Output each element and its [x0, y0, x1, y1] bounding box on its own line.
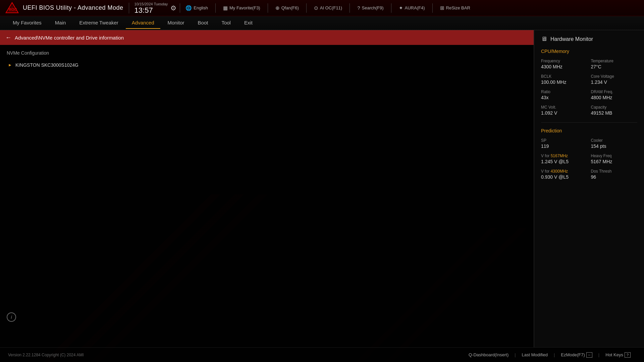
header-shortcuts: 🌐 English ▦ My Favorite(F3) ⊕ Qfan(F6) ⊙…: [183, 3, 639, 13]
hw-frequency-cell: Frequency 4300 MHz: [541, 59, 588, 69]
hw-core-voltage-label: Core Voltage: [591, 74, 638, 79]
resizebar-icon: ⊞: [440, 5, 444, 11]
hw-v5167-value: 1.245 V @L5: [541, 159, 588, 164]
header-logo: ROG UEFI BIOS Utility - Advanced Mode: [5, 2, 123, 14]
shortcut-resize-bar[interactable]: ⊞ ReSize BAR: [438, 4, 472, 12]
header-title: UEFI BIOS Utility - Advanced Mode: [23, 4, 123, 11]
breadcrumb-back-button[interactable]: ←: [5, 34, 11, 41]
hw-temperature-value: 27°C: [591, 64, 638, 69]
prediction-grid: SP 119 Cooler 154 pts V for 5167MHz 1.24…: [541, 138, 637, 180]
hw-heavy-freq-label: Heavy Freq: [591, 154, 638, 158]
drive-label: KINGSTON SKC3000S1024G: [15, 62, 78, 68]
hw-ratio-value: 43x: [541, 95, 588, 100]
v4300-highlight: 4300MHz: [551, 169, 568, 174]
shortcut-div1: [215, 3, 216, 13]
nav-extreme-tweaker[interactable]: Extreme Tweaker: [73, 17, 124, 29]
nav-advanced[interactable]: Advanced: [126, 17, 160, 29]
hw-sp-value: 119: [541, 143, 588, 149]
aura-icon: ✦: [399, 5, 403, 11]
nav-main[interactable]: Main: [49, 17, 72, 29]
header-divider: [180, 3, 180, 13]
ezmode-arrow-icon: ↔: [586, 352, 592, 358]
qfan-icon: ⊕: [275, 5, 280, 11]
hw-divider: [541, 122, 637, 123]
svg-text:ROG: ROG: [9, 7, 17, 11]
cpu-memory-header: CPU/Memory: [541, 49, 637, 54]
footer: Version 2.22.1284 Copyright (C) 2024 AMI…: [0, 347, 644, 362]
hw-bclk-label: BCLK: [541, 74, 588, 79]
shortcut-english[interactable]: 🌐 English: [183, 4, 210, 12]
hw-core-voltage-cell: Core Voltage 1.234 V: [591, 74, 638, 85]
shortcut-resizebar-label: ReSize BAR: [446, 5, 470, 10]
content-area: ← Advanced\NVMe controller and Drive inf…: [0, 30, 534, 347]
footer-sep1: |: [514, 352, 516, 357]
hw-dram-freq-cell: DRAM Freq. 4800 MHz: [591, 89, 638, 100]
header-separator: [129, 3, 129, 13]
footer-sep3: |: [598, 352, 600, 357]
hw-bclk-cell: BCLK 100.00 MHz: [541, 74, 588, 85]
header-datetime: 10/15/2024 Tuesday 13:57: [135, 2, 168, 14]
shortcut-search-label: Search(F9): [362, 5, 384, 10]
header-time: 13:57: [135, 7, 153, 14]
hw-v4300-cell: V for 4300MHz 0.930 V @L5: [541, 169, 588, 180]
search-icon: ?: [357, 5, 360, 11]
hw-v4300-label: V for 4300MHz: [541, 169, 588, 174]
breadcrumb-bar: ← Advanced\NVMe controller and Drive inf…: [0, 30, 534, 45]
shortcut-div3: [306, 3, 307, 13]
hw-ratio-label: Ratio: [541, 89, 588, 94]
hw-frequency-value: 4300 MHz: [541, 64, 588, 69]
shortcut-aura-label: AURA(F4): [405, 5, 425, 10]
nav-monitor[interactable]: Monitor: [162, 17, 191, 29]
hw-core-voltage-value: 1.234 V: [591, 79, 638, 85]
nav-exit[interactable]: Exit: [238, 17, 259, 29]
hw-heavy-freq-value: 5167 MHz: [591, 159, 638, 164]
prediction-header: Prediction: [541, 128, 637, 133]
shortcut-aura[interactable]: ✦ AURA(F4): [397, 4, 427, 12]
ez-mode-button[interactable]: EzMode(F7)↔: [555, 352, 598, 358]
footer-actions: Q-Dashboard(Insert) | Last Modified | Ez…: [463, 352, 636, 358]
hw-dos-thresh-label: Dos Thresh: [591, 169, 638, 174]
list-item[interactable]: ► KINGSTON SKC3000S1024G: [7, 60, 527, 70]
section-title: NVMe Configuration: [7, 50, 527, 56]
info-icon[interactable]: i: [7, 312, 16, 322]
shortcut-my-favorite[interactable]: ▦ My Favorite(F3): [221, 4, 262, 12]
hw-v5167-label: V for 5167MHz: [541, 154, 588, 158]
hw-capacity-cell: Capacity 49152 MB: [591, 105, 638, 116]
hw-dram-freq-label: DRAM Freq.: [591, 89, 638, 94]
hw-bclk-value: 100.00 MHz: [541, 79, 588, 85]
shortcut-myfav-label: My Favorite(F3): [229, 5, 260, 10]
shortcut-div6: [432, 3, 433, 13]
footer-sep2: |: [553, 352, 555, 357]
shortcut-div2: [268, 3, 268, 13]
q-dashboard-button[interactable]: Q-Dashboard(Insert): [463, 352, 514, 357]
hw-cooler-value: 154 pts: [591, 143, 638, 149]
settings-icon[interactable]: ⚙: [170, 4, 176, 12]
nav-tool[interactable]: Tool: [215, 17, 237, 29]
nav-boot[interactable]: Boot: [192, 17, 214, 29]
shortcut-qfan[interactable]: ⊕ Qfan(F6): [273, 4, 301, 12]
globe-icon: 🌐: [185, 5, 192, 11]
shortcut-div4: [350, 3, 350, 13]
hw-mc-volt-label: MC Volt.: [541, 105, 588, 110]
nav-my-favorites[interactable]: My Favorites: [7, 17, 48, 29]
hw-dram-freq-value: 4800 MHz: [591, 95, 638, 100]
hw-sp-cell: SP 119: [541, 138, 588, 149]
shortcut-aioc-label: AI OC(F11): [320, 5, 342, 10]
hardware-monitor-panel: 🖥 Hardware Monitor CPU/Memory Frequency …: [534, 30, 644, 347]
hot-keys-button[interactable]: Hot Keys?: [600, 352, 636, 358]
hardware-monitor-title: 🖥 Hardware Monitor: [541, 36, 637, 43]
hw-heavy-freq-cell: Heavy Freq 5167 MHz: [591, 154, 638, 164]
hw-temperature-cell: Temperature 27°C: [591, 59, 638, 69]
last-modified-button[interactable]: Last Modified: [517, 352, 553, 357]
expand-arrow-icon: ►: [8, 63, 12, 67]
shortcut-ai-oc[interactable]: ⊙ AI OC(F11): [312, 4, 344, 12]
hw-capacity-value: 49152 MB: [591, 110, 638, 116]
shortcut-search[interactable]: ? Search(F9): [355, 4, 385, 11]
main-layout: ← Advanced\NVMe controller and Drive inf…: [0, 30, 644, 347]
hw-dos-thresh-cell: Dos Thresh 96: [591, 169, 638, 180]
v5167-highlight: 5167MHz: [551, 154, 568, 158]
monitor-icon: 🖥: [541, 36, 547, 43]
hw-temperature-label: Temperature: [591, 59, 638, 63]
content-list: NVMe Configuration ► KINGSTON SKC3000S10…: [0, 45, 534, 347]
hw-frequency-label: Frequency: [541, 59, 588, 63]
